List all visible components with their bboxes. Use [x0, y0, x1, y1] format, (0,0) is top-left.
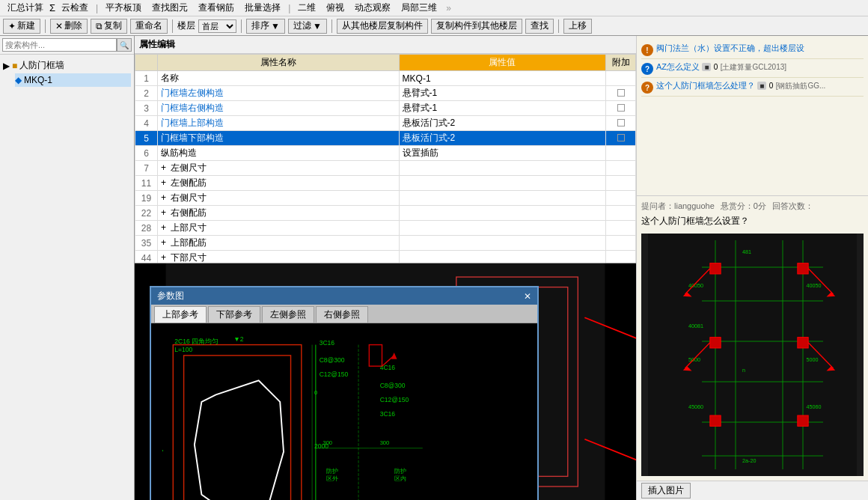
prop-row-value [399, 176, 605, 191]
tree-child-icon: ◆ [15, 75, 22, 85]
tab-right-ref[interactable]: 右侧参照 [316, 306, 368, 323]
floor-label: 楼层 [177, 19, 195, 32]
floor-select[interactable]: 首层 第2层 [198, 19, 236, 33]
q-badge-num-2: 0 [714, 63, 718, 71]
prop-row-extra [606, 131, 636, 146]
copy-button[interactable]: ⧉ 复制 [91, 19, 127, 34]
svg-text:3C16: 3C16 [320, 339, 335, 347]
tree-folder-icon: ■ [12, 61, 17, 71]
tab-lower-ref[interactable]: 下部参考 [208, 306, 260, 323]
prop-row-name: + 下部尺寸 [158, 251, 400, 264]
right-panel: ! 阀门法兰（水）设置不正确，超出楼层设 ? AZ怎么定义 ■ 0 [土建算量G… [636, 36, 868, 500]
find-button[interactable]: 查找 [525, 19, 554, 34]
copy-from-button[interactable]: 从其他楼层复制构件 [337, 19, 428, 34]
rename-button[interactable]: 重命名 [130, 19, 168, 34]
cad-area: 2C16 C8@300 C12@150 4C16 参数图 ✕ 上部参考 下部参考 [135, 263, 636, 500]
new-button[interactable]: ✦ 新建 [3, 19, 40, 34]
svg-text:n: n [742, 367, 745, 374]
prop-editor-header: 属性编辑 [135, 36, 636, 54]
q-icon-2: ? [641, 63, 653, 75]
search-input[interactable] [2, 38, 117, 52]
prop-row-checkbox[interactable] [617, 89, 625, 97]
prop-row-extra [606, 251, 636, 264]
prop-row-num: 1 [135, 71, 158, 86]
prop-row-checkbox[interactable] [617, 119, 625, 126]
menu-jubu[interactable]: 局部三维 [397, 0, 441, 16]
right-cad-svg: 481 40050 40081 40050 5000 5000 n 45060 … [641, 234, 864, 476]
prop-row-name[interactable]: 门框墙右侧构造 [158, 101, 400, 116]
prop-row-name: + 右侧配筋 [158, 206, 400, 221]
tree-root-item[interactable]: ▶ ■ 人防门框墙 [3, 58, 131, 73]
prop-row-extra [606, 161, 636, 176]
params-tabs: 上部参考 下部参考 左侧参照 右侧参照 [151, 305, 537, 323]
params-dialog-close-icon[interactable]: ✕ [524, 291, 531, 302]
svg-text:C12@150: C12@150 [380, 396, 409, 403]
sort-button[interactable]: 排序 ▼ [246, 19, 285, 34]
up-button[interactable]: 上移 [563, 19, 592, 34]
prop-row-extra [606, 221, 636, 236]
search-button[interactable]: 🔍 [117, 38, 132, 52]
svg-text:45060: 45060 [688, 403, 703, 410]
params-content: 2C16 四角均匀 L=100 ▼2 ▲2 - 3C16 C8@300 C1 [151, 323, 537, 500]
q-text-1[interactable]: 阀门法兰（水）设置不正确，超出楼层设 [656, 43, 804, 52]
q-extra-3: [钢筋抽筋GG... [776, 82, 826, 90]
svg-text:5000: 5000 [688, 356, 700, 363]
prop-row-checkbox[interactable] [617, 134, 625, 141]
q-text-2[interactable]: AZ怎么定义 [656, 62, 700, 71]
tab-left-ref[interactable]: 左侧参照 [262, 306, 314, 323]
filter-button[interactable]: 过滤 ▼ [288, 19, 327, 34]
menu-erwei[interactable]: 二维 [293, 0, 320, 16]
menu-fushi[interactable]: 俯视 [322, 0, 349, 16]
insert-img-button[interactable]: 插入图片 [641, 483, 691, 499]
prop-row-extra [606, 86, 636, 101]
prop-row-value [399, 206, 605, 221]
menu-hui-zong[interactable]: 汇总计算 [3, 0, 48, 16]
tree-child-mkq1[interactable]: ◆ MKQ-1 [15, 73, 131, 87]
delete-button[interactable]: ✕ 删除 [50, 19, 88, 34]
menu-chazhaogangj[interactable]: 查看钢筋 [194, 0, 239, 16]
menu-chazhaotuyuan[interactable]: 查找图元 [147, 0, 192, 16]
sort-dropdown-icon: ▼ [271, 21, 280, 31]
q-badge-3: ■ [757, 82, 766, 90]
prop-row-checkbox[interactable] [617, 104, 625, 112]
q-text-3[interactable]: 这个人防门框墙怎么处理？ [656, 81, 755, 90]
prop-row-name[interactable]: 门框墙下部构造 [158, 131, 400, 146]
menu-pingqi[interactable]: 平齐板顶 [101, 0, 146, 16]
prop-row-num: 5 [135, 131, 158, 146]
svg-text:区外: 区外 [326, 475, 338, 482]
menu-dongtai[interactable]: 动态观察 [350, 0, 395, 16]
svg-text:C8@300: C8@300 [380, 382, 406, 389]
col-value: 属性值 [399, 55, 605, 71]
prop-row-extra [606, 236, 636, 251]
copy-to-button[interactable]: 复制构件到其他楼层 [431, 19, 522, 34]
svg-rect-69 [798, 415, 808, 426]
tree-children: ◆ MKQ-1 [3, 73, 131, 87]
prop-row-num: 6 [135, 146, 158, 161]
params-dialog: 参数图 ✕ 上部参考 下部参考 左侧参照 右侧参照 [150, 286, 539, 500]
params-dialog-titlebar[interactable]: 参数图 ✕ [151, 287, 537, 305]
score-label: 悬赏分：0分 [721, 201, 766, 212]
prop-row-num: 11 [135, 176, 158, 191]
menu-sigma: Σ [49, 2, 55, 13]
prop-row-name[interactable]: 门框墙上部构造 [158, 116, 400, 131]
search-bar: 🔍 [0, 36, 134, 55]
tree-expand-icon: ▶ [3, 61, 10, 71]
prop-table-wrap[interactable]: 属性名称 属性值 附加 1名称MKQ-12门框墙左侧构造悬臂式-13门框墙右侧构… [135, 54, 636, 263]
question-item-1: ! 阀门法兰（水）设置不正确，超出楼层设 [641, 40, 864, 59]
col-num [135, 55, 158, 71]
prop-row-value [399, 191, 605, 206]
menu-cloud[interactable]: 云检查 [57, 0, 93, 16]
svg-marker-12 [195, 380, 284, 500]
svg-text:防护: 防护 [326, 468, 338, 475]
prop-row-name: + 右侧尺寸 [158, 191, 400, 206]
prop-table: 属性名称 属性值 附加 1名称MKQ-12门框墙左侧构造悬臂式-13门框墙右侧构… [135, 54, 636, 263]
svg-rect-65 [710, 338, 721, 348]
svg-rect-68 [798, 338, 808, 348]
menu-piliangxuanze[interactable]: 批量选择 [240, 0, 285, 16]
prop-row-name[interactable]: 门框墙左侧构造 [158, 86, 400, 101]
detail-cad-area: 481 40050 40081 40050 5000 5000 n 45060 … [641, 234, 864, 476]
toolbar-sep1 [45, 19, 46, 33]
toolbar-sep3 [241, 19, 242, 33]
tab-upper-ref[interactable]: 上部参考 [154, 306, 207, 323]
prop-row-extra [606, 101, 636, 116]
